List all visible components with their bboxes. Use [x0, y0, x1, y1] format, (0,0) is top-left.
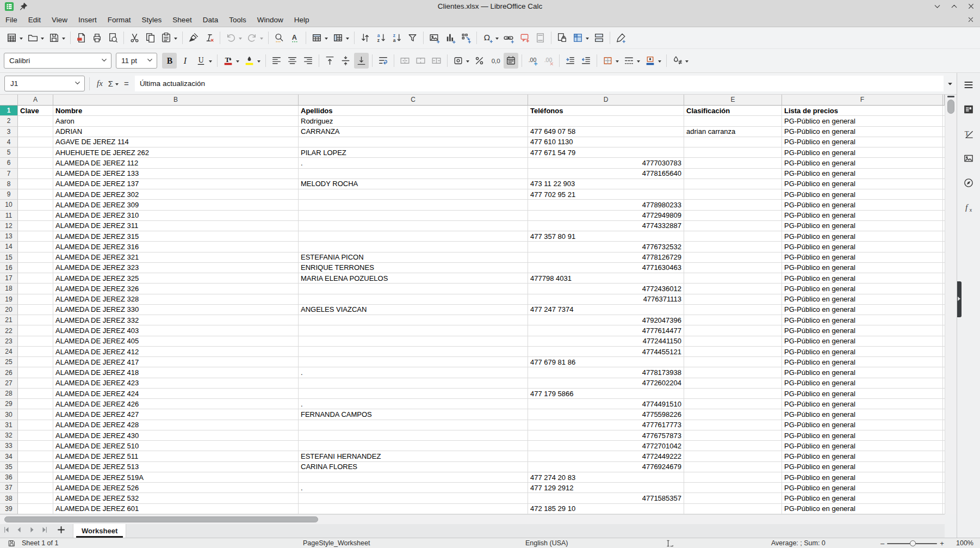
cell-C10[interactable]: [299, 200, 528, 210]
cell-A26[interactable]: [18, 367, 53, 378]
cell-B32[interactable]: ALAMEDA DE JEREZ 430: [53, 430, 299, 441]
cell-D29[interactable]: 4774491510: [528, 399, 684, 409]
row-header-11[interactable]: 11: [0, 211, 18, 221]
cell-D11[interactable]: 4772949809: [528, 211, 684, 221]
insert-column-button[interactable]: [331, 30, 351, 46]
cell-E4[interactable]: [684, 137, 782, 147]
vertical-split-handle[interactable]: [947, 96, 954, 97]
cell-D27[interactable]: 4772602204: [528, 378, 684, 389]
sidebar-grabber[interactable]: [957, 281, 962, 317]
merge-center-button[interactable]: [398, 53, 412, 69]
insert-comment-button[interactable]: [517, 30, 532, 46]
zoom-out-button[interactable]: –: [878, 539, 887, 547]
name-box[interactable]: J1: [4, 76, 85, 91]
cell-E11[interactable]: [684, 211, 782, 221]
cell-F36[interactable]: PG-Público en general: [782, 472, 943, 483]
row-header-38[interactable]: 38: [0, 493, 18, 503]
row-header-36[interactable]: 36: [0, 472, 18, 483]
cell-B14[interactable]: ALAMEDA DE JEREZ 316: [53, 242, 299, 252]
cell-F33[interactable]: PG-Público en general: [782, 441, 943, 451]
bold-button[interactable]: B: [162, 53, 177, 69]
cell-A34[interactable]: [18, 451, 53, 461]
properties-deck-button[interactable]: [960, 102, 977, 119]
dropdown-arrow-icon[interactable]: [20, 38, 23, 41]
cell-C19[interactable]: [299, 294, 528, 305]
cell-B3[interactable]: ADRIAN: [53, 127, 299, 137]
menu-edit[interactable]: Edit: [23, 13, 46, 27]
tab-next-button[interactable]: [26, 525, 38, 537]
split-window-button[interactable]: [592, 30, 606, 46]
dropdown-arrow-icon[interactable]: [495, 38, 499, 41]
cell-E25[interactable]: [684, 357, 782, 367]
cell-D38[interactable]: 4771585357: [528, 493, 684, 503]
cell-B10[interactable]: ALAMEDA DE JEREZ 309: [53, 200, 299, 210]
cell-E21[interactable]: [684, 315, 782, 325]
row-header-5[interactable]: 5: [0, 147, 18, 158]
cell-D36[interactable]: 477 274 20 83: [528, 472, 684, 483]
merge-cells-button[interactable]: [413, 53, 428, 69]
menu-tools[interactable]: Tools: [224, 13, 252, 27]
cell-B15[interactable]: ALAMEDA DE JEREZ 321: [53, 253, 299, 263]
cell-E29[interactable]: [684, 399, 782, 409]
border-style-button[interactable]: [622, 53, 642, 69]
close-document-icon[interactable]: [966, 15, 975, 24]
cell-F25[interactable]: PG-Público en general: [782, 357, 943, 367]
dropdown-arrow-icon[interactable]: [466, 60, 469, 64]
insert-row-button[interactable]: [309, 30, 330, 46]
row-header-28[interactable]: 28: [0, 389, 18, 399]
sort-button[interactable]: [358, 30, 373, 46]
cell-D1[interactable]: Teléfonos: [528, 106, 684, 116]
row-header-37[interactable]: 37: [0, 483, 18, 493]
cell-B11[interactable]: ALAMEDA DE JEREZ 310: [53, 211, 299, 221]
column-header-F[interactable]: F: [782, 95, 943, 106]
save-button[interactable]: [47, 30, 67, 46]
cell-D3[interactable]: 477 649 07 58: [528, 127, 684, 137]
cell-F29[interactable]: PG-Público en general: [782, 399, 943, 409]
cell-B19[interactable]: ALAMEDA DE JEREZ 328: [53, 294, 299, 305]
styles-deck-button[interactable]: T: [960, 127, 977, 143]
row-header-10[interactable]: 10: [0, 200, 18, 210]
cell-C11[interactable]: [299, 211, 528, 221]
cell-A9[interactable]: [18, 189, 53, 200]
cell-D9[interactable]: 477 702 95 21: [528, 189, 684, 200]
cell-B23[interactable]: ALAMEDA DE JEREZ 405: [53, 336, 299, 347]
cell-D16[interactable]: 4771630463: [528, 263, 684, 273]
align-top-button[interactable]: [322, 53, 337, 69]
close-button[interactable]: [966, 2, 976, 11]
decrease-indent-button[interactable]: [579, 53, 593, 69]
cell-E1[interactable]: Clasificación: [684, 106, 782, 116]
cell-E8[interactable]: [684, 179, 782, 189]
cell-F15[interactable]: PG-Público en general: [782, 253, 943, 263]
row-header-20[interactable]: 20: [0, 305, 18, 315]
menu-view[interactable]: View: [46, 13, 73, 27]
cell-F17[interactable]: PG-Público en general: [782, 273, 943, 284]
cell-F27[interactable]: PG-Público en general: [782, 378, 943, 389]
cell-C13[interactable]: [299, 231, 528, 242]
row-header-33[interactable]: 33: [0, 441, 18, 451]
cell-F10[interactable]: PG-Público en general: [782, 200, 943, 210]
cell-A39[interactable]: [18, 504, 53, 514]
cell-F4[interactable]: PG-Público en general: [782, 137, 943, 147]
cell-D15[interactable]: 4778126729: [528, 253, 684, 263]
cell-C3[interactable]: CARRANZA: [299, 127, 528, 137]
cell-C38[interactable]: [299, 493, 528, 503]
cell-A7[interactable]: [18, 169, 53, 179]
cell-E24[interactable]: [684, 347, 782, 357]
cell-B7[interactable]: ALAMEDA DE JEREZ 133: [53, 169, 299, 179]
function-wizard-button[interactable]: fx: [94, 76, 106, 91]
cell-E2[interactable]: [684, 116, 782, 126]
center-vertical-button[interactable]: [338, 53, 353, 69]
cell-E32[interactable]: [684, 430, 782, 441]
cell-D4[interactable]: 477 610 1130: [528, 137, 684, 147]
row-header-12[interactable]: 12: [0, 221, 18, 231]
cell-C8[interactable]: MELODY ROCHA: [299, 179, 528, 189]
cell-A8[interactable]: [18, 179, 53, 189]
cell-A35[interactable]: [18, 462, 53, 472]
row-header-23[interactable]: 23: [0, 336, 18, 347]
row-header-1[interactable]: 1: [0, 106, 18, 116]
cell-A19[interactable]: [18, 294, 53, 305]
cell-A16[interactable]: [18, 263, 53, 273]
horizontal-scrollbar-thumb[interactable]: [4, 516, 318, 522]
dropdown-arrow-icon[interactable]: [637, 60, 640, 64]
cell-C14[interactable]: [299, 242, 528, 252]
